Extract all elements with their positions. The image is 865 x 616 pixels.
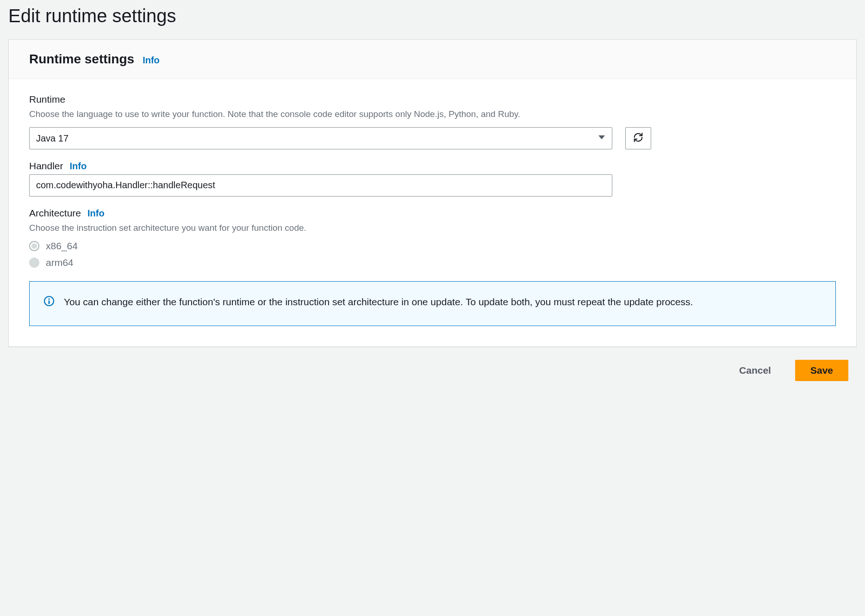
- runtime-field: Runtime Choose the language to use to wr…: [29, 94, 836, 149]
- footer-actions: Cancel Save: [8, 347, 857, 381]
- page-title: Edit runtime settings: [8, 0, 857, 39]
- radio-icon: [29, 241, 39, 251]
- architecture-hint: Choose the instruction set architecture …: [29, 222, 836, 234]
- architecture-field: Architecture Info Choose the instruction…: [29, 208, 836, 269]
- radio-label-x86_64: x86_64: [46, 240, 78, 252]
- runtime-hint: Choose the language to use to write your…: [29, 108, 836, 121]
- handler-info-link[interactable]: Info: [70, 161, 87, 172]
- svg-rect-2: [49, 301, 50, 304]
- panel-title: Runtime settings: [29, 52, 134, 67]
- svg-point-1: [48, 298, 50, 300]
- handler-field: Handler Info: [29, 160, 836, 197]
- info-alert: You can change either the function's run…: [29, 281, 836, 326]
- architecture-radio-x86_64[interactable]: x86_64: [29, 240, 836, 252]
- runtime-settings-panel: Runtime settings Info Runtime Choose the…: [8, 39, 857, 347]
- radio-icon: [29, 258, 39, 268]
- architecture-label: Architecture: [29, 208, 81, 219]
- handler-label: Handler: [29, 160, 63, 172]
- save-button[interactable]: Save: [795, 360, 848, 381]
- handler-input[interactable]: [29, 174, 612, 197]
- runtime-select[interactable]: Java 17: [29, 127, 612, 149]
- panel-header: Runtime settings Info: [9, 40, 856, 79]
- architecture-radio-arm64[interactable]: arm64: [29, 257, 836, 268]
- info-icon: [44, 296, 55, 307]
- refresh-icon: [633, 132, 643, 144]
- cancel-button[interactable]: Cancel: [724, 360, 786, 381]
- refresh-button[interactable]: [625, 127, 651, 149]
- panel-info-link[interactable]: Info: [143, 55, 160, 66]
- radio-label-arm64: arm64: [46, 257, 74, 268]
- architecture-info-link[interactable]: Info: [87, 208, 105, 219]
- info-alert-text: You can change either the function's run…: [64, 295, 693, 310]
- runtime-label: Runtime: [29, 94, 65, 105]
